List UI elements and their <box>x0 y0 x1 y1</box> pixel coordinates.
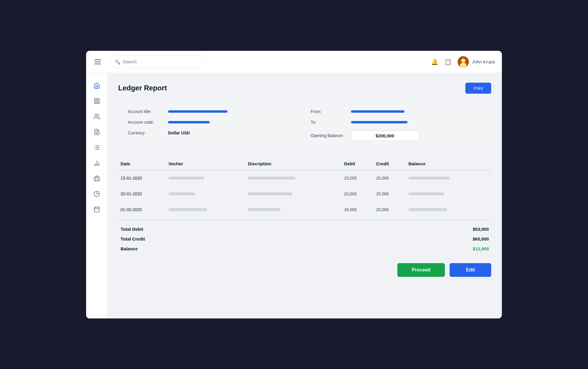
cell-credit: 20,000 <box>374 170 406 186</box>
sidebar-item-home[interactable] <box>90 79 103 92</box>
col-description: Discription <box>246 158 342 170</box>
search-input[interactable] <box>110 55 206 68</box>
svg-rect-3 <box>94 98 96 100</box>
edit-button[interactable]: Edit <box>450 263 491 277</box>
cell-description <box>246 186 342 202</box>
table-row: 01-02-2020 18,000 20,000 <box>118 202 491 217</box>
cell-voucher <box>166 186 246 202</box>
account-title-label: Account title: <box>128 109 163 114</box>
totals-section: Total Debit $53,000 Total Credit $65,000… <box>118 224 491 254</box>
user-name-label: John Krupa <box>472 59 495 64</box>
total-debit-value: $53,000 <box>473 227 489 232</box>
cell-debit: 20,000 <box>342 186 374 202</box>
proceed-button[interactable]: Proceed <box>397 263 445 277</box>
svg-rect-6 <box>97 101 99 103</box>
sidebar-item-pie-chart[interactable] <box>90 187 103 200</box>
sidebar <box>86 73 108 318</box>
col-voucher: Vocher <box>166 158 246 170</box>
account-code-label: Account code: <box>128 120 163 125</box>
cell-voucher <box>166 170 246 186</box>
filter-right-col: From: To: Opening Balance: <box>311 109 482 141</box>
filter-row-to: To: <box>311 120 482 125</box>
report-table: Date Vocher Discription Debit Credit Bal… <box>118 158 491 218</box>
cell-description <box>246 202 342 217</box>
col-debit: Debit <box>342 158 374 170</box>
to-bar <box>351 121 407 123</box>
nav-right: 🔔 📋 John Krupa <box>431 56 495 67</box>
col-credit: Credit <box>374 158 406 170</box>
cell-debit: 15,000 <box>342 170 374 186</box>
account-title-bar <box>168 110 227 113</box>
to-label: To: <box>311 120 346 125</box>
svg-point-2 <box>460 63 467 67</box>
sidebar-item-briefcase[interactable] <box>90 172 103 185</box>
from-bar <box>351 110 404 113</box>
total-debit-label: Total Debit <box>121 227 143 232</box>
total-debit-row: Total Debit $53,000 <box>118 224 491 234</box>
total-credit-value: $65,000 <box>473 236 489 241</box>
sidebar-item-grid[interactable] <box>90 95 103 108</box>
sidebar-item-users[interactable] <box>90 110 103 123</box>
currency-value: Dollar USD <box>168 131 190 135</box>
cell-debit: 18,000 <box>342 202 374 217</box>
table-row: 20-01-2020 20,000 25,000 <box>118 186 491 202</box>
total-credit-row: Total Credit $65,000 <box>118 234 491 244</box>
dashed-separator <box>118 220 491 221</box>
sidebar-item-chart-bar[interactable] <box>90 156 103 169</box>
hamburger-icon[interactable] <box>93 58 102 65</box>
search-icon: 🔍 <box>115 59 121 65</box>
action-buttons: Proceed Edit <box>118 263 491 277</box>
svg-rect-5 <box>94 101 96 103</box>
filter-row-account-title: Account title: <box>128 109 299 114</box>
top-nav: 🔍 🔔 📋 John Krupa <box>86 51 502 73</box>
copy-icon[interactable]: 📋 <box>444 58 452 65</box>
opening-balance-label: Opening Balance: <box>311 133 346 138</box>
filter-row-opening-balance: Opening Balance: <box>311 131 482 141</box>
svg-rect-4 <box>97 98 99 100</box>
table-row: 15-01-2020 15,000 20,000 <box>118 170 491 186</box>
filter-left-col: Account title: Account code: Currency: D… <box>128 109 299 141</box>
sidebar-item-list[interactable] <box>90 141 103 154</box>
balance-value: $12,000 <box>473 246 489 251</box>
sidebar-item-document[interactable] <box>90 125 103 139</box>
account-code-bar <box>168 121 210 123</box>
cell-balance <box>406 186 491 202</box>
currency-label: Currency: <box>128 131 163 135</box>
cell-date: 01-02-2020 <box>118 202 166 217</box>
cell-credit: 20,000 <box>374 202 406 217</box>
svg-point-1 <box>461 59 465 63</box>
cell-balance <box>406 202 491 217</box>
cell-balance <box>406 170 491 186</box>
filter-row-account-code: Account code: <box>128 120 299 125</box>
main-content: Ledger Report Print Account title: Accou… <box>108 73 502 318</box>
sidebar-item-calendar[interactable] <box>90 203 103 216</box>
balance-row: Balance $12,000 <box>118 244 491 254</box>
page-title: Ledger Report <box>118 84 167 92</box>
print-button[interactable]: Print <box>465 83 491 94</box>
col-balance: Balance <box>406 158 491 170</box>
svg-rect-21 <box>94 207 99 212</box>
user-info[interactable]: John Krupa <box>458 56 495 67</box>
filter-row-from: From: <box>311 109 482 114</box>
body-layout: Ledger Report Print Account title: Accou… <box>86 73 502 318</box>
page-header: Ledger Report Print <box>118 83 491 94</box>
search-bar: 🔍 <box>110 55 206 68</box>
total-credit-label: Total Credit <box>121 236 145 241</box>
col-date: Date <box>118 158 166 170</box>
svg-rect-20 <box>94 177 99 181</box>
balance-label: Balance <box>121 246 138 251</box>
notification-icon[interactable]: 🔔 <box>431 58 438 65</box>
cell-voucher <box>166 202 246 217</box>
cell-description <box>246 170 342 186</box>
cell-date: 20-01-2020 <box>118 186 166 202</box>
filter-panel: Account title: Account code: Currency: D… <box>118 101 491 149</box>
cell-credit: 25,000 <box>374 186 406 202</box>
from-label: From: <box>311 109 346 114</box>
svg-point-7 <box>95 114 97 116</box>
filter-row-currency: Currency: Dollar USD <box>128 131 299 135</box>
avatar <box>458 56 469 67</box>
cell-date: 15-01-2020 <box>118 170 166 186</box>
opening-balance-input[interactable] <box>351 131 419 141</box>
